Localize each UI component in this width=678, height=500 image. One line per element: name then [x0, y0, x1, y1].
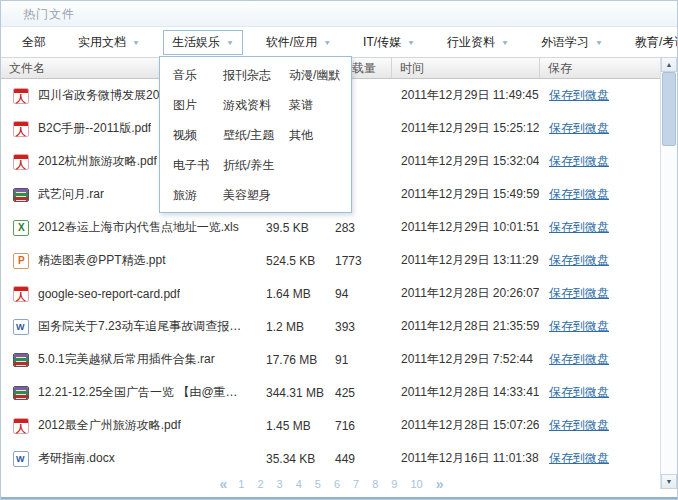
dropdown-item[interactable]: 游戏资料 [223, 97, 289, 114]
save-to-vdisk-link[interactable]: 保存到微盘 [549, 319, 609, 333]
table-row: 考研指南.docx 35.34 KB 449 2011年12月16日 11:01… [1, 442, 660, 475]
pagination-page-2[interactable]: 2 [257, 478, 263, 490]
tab-7[interactable]: 外语学习▼ [532, 30, 612, 55]
dropdown-item[interactable]: 旅游 [173, 187, 223, 204]
rar-file-icon [13, 386, 29, 400]
tab-label: 行业资料 [447, 34, 495, 51]
save-to-vdisk-link[interactable]: 保存到微盘 [549, 253, 609, 267]
save-to-vdisk-link[interactable]: 保存到微盘 [549, 418, 609, 432]
dropdown-item[interactable]: 菜谱 [289, 97, 351, 114]
table-row: google-seo-report-card.pdf 1.64 MB 94 20… [1, 277, 660, 310]
pagination-page-1[interactable]: 1 [238, 478, 244, 490]
page-title-bar: 热门文件 [1, 1, 677, 27]
pagination-page-5[interactable]: 5 [315, 478, 321, 490]
file-downloads: 94 [331, 287, 391, 301]
pagination-page-7[interactable]: 7 [353, 478, 359, 490]
save-to-vdisk-link[interactable]: 保存到微盘 [549, 154, 609, 168]
tab-8[interactable]: 教育/考试▼ [626, 30, 678, 55]
dropdown-item[interactable]: 折纸/养生 [223, 157, 289, 174]
scroll-up-icon[interactable]: ▲ [661, 57, 677, 72]
save-to-vdisk-link[interactable]: 保存到微盘 [549, 88, 609, 102]
dropdown-item[interactable]: 动漫/幽默 [289, 67, 351, 84]
file-save-cell: 保存到微盘 [539, 120, 660, 137]
dropdown-item[interactable]: 图片 [173, 97, 223, 114]
file-name[interactable]: 5.0.1完美越狱后常用插件合集.rar [38, 351, 215, 368]
file-name-cell: 国务院关于7.23动车追尾事故调查报告.doc [1, 318, 257, 335]
pagination-page-10[interactable]: 10 [410, 478, 422, 490]
tab-label: 实用文档 [78, 34, 126, 51]
file-name[interactable]: 2012春运上海市内代售点地址一览.xls [38, 219, 239, 236]
tab-3[interactable]: 生活娱乐▼ [163, 30, 243, 55]
dropdown-item[interactable]: 报刊杂志 [223, 67, 289, 84]
hot-files-window: 热门文件 全部实用文档▼生活娱乐▼软件/应用▼IT/传媒▼行业资料▼外语学习▼教… [0, 0, 678, 500]
file-save-cell: 保存到微盘 [539, 318, 660, 335]
file-name[interactable]: B2C手册--2011版.pdf [38, 120, 151, 137]
file-name[interactable]: 2012最全广州旅游攻略.pdf [38, 417, 181, 434]
tab-6[interactable]: 行业资料▼ [438, 30, 518, 55]
file-name[interactable]: 武艺问月.rar [38, 186, 104, 203]
pdf-file-icon [13, 286, 29, 302]
tab-4[interactable]: 软件/应用▼ [257, 30, 340, 55]
dropdown-item[interactable]: 视频 [173, 127, 223, 144]
file-downloads: 283 [331, 221, 391, 235]
file-size: 344.31 MB [257, 386, 331, 400]
file-size: 1.2 MB [257, 320, 331, 334]
tab-label: 生活娱乐 [172, 34, 220, 51]
pdf-file-icon [13, 154, 29, 170]
category-dropdown: 音乐报刊杂志动漫/幽默图片游戏资料菜谱视频壁纸/主题其他电子书折纸/养生旅游美容… [159, 56, 352, 213]
tab-label: IT/传媒 [363, 34, 401, 51]
chevron-down-icon: ▼ [132, 38, 140, 45]
file-downloads: 1773 [331, 254, 391, 268]
file-time: 2011年12月29日 15:32:04 [391, 153, 539, 170]
chevron-down-icon: ▼ [595, 38, 603, 45]
file-save-cell: 保存到微盘 [539, 450, 660, 467]
scroll-down-icon[interactable]: ▼ [661, 474, 677, 489]
dropdown-item[interactable]: 音乐 [173, 67, 223, 84]
pagination: «12345678910» [1, 475, 660, 493]
dropdown-item[interactable]: 其他 [289, 127, 351, 144]
file-name[interactable]: 国务院关于7.23动车追尾事故调查报告.doc [38, 318, 248, 335]
vertical-scrollbar[interactable]: ▲ ▼ [660, 57, 677, 489]
file-name[interactable]: 精选图表@PPT精选.ppt [38, 252, 166, 269]
save-to-vdisk-link[interactable]: 保存到微盘 [549, 220, 609, 234]
pdf-file-icon [13, 88, 29, 104]
dropdown-item[interactable]: 电子书 [173, 157, 223, 174]
rar-file-icon [13, 353, 29, 367]
save-to-vdisk-link[interactable]: 保存到微盘 [549, 352, 609, 366]
pagination-page-9[interactable]: 9 [391, 478, 397, 490]
save-to-vdisk-link[interactable]: 保存到微盘 [549, 385, 609, 399]
save-to-vdisk-link[interactable]: 保存到微盘 [549, 286, 609, 300]
file-name-cell: 5.0.1完美越狱后常用插件合集.rar [1, 351, 257, 368]
pagination-next[interactable]: » [436, 476, 442, 492]
file-downloads: 716 [331, 419, 391, 433]
tab-label: 软件/应用 [266, 34, 317, 51]
pagination-page-4[interactable]: 4 [296, 478, 302, 490]
pagination-prev[interactable]: « [220, 476, 226, 492]
save-to-vdisk-link[interactable]: 保存到微盘 [549, 121, 609, 135]
file-name[interactable]: 考研指南.docx [38, 450, 115, 467]
ppt-file-icon [13, 253, 29, 269]
xls-file-icon [13, 220, 29, 236]
tab-2[interactable]: 实用文档▼ [69, 30, 149, 55]
file-downloads: 91 [331, 353, 391, 367]
file-name[interactable]: 12.21-12.25全国广告一览 【由@重庆房地产广... [38, 384, 248, 401]
save-to-vdisk-link[interactable]: 保存到微盘 [549, 451, 609, 465]
file-save-cell: 保存到微盘 [539, 186, 660, 203]
file-time: 2011年12月29日 15:49:59 [391, 186, 539, 203]
file-name[interactable]: 2012杭州旅游攻略.pdf [38, 153, 157, 170]
file-name[interactable]: google-seo-report-card.pdf [38, 287, 180, 301]
scrollbar-thumb[interactable] [662, 72, 676, 146]
file-name-cell: 12.21-12.25全国广告一览 【由@重庆房地产广... [1, 384, 257, 401]
dropdown-item[interactable]: 美容塑身 [223, 187, 289, 204]
pagination-page-6[interactable]: 6 [334, 478, 340, 490]
file-downloads: 393 [331, 320, 391, 334]
file-name-cell: 2012最全广州旅游攻略.pdf [1, 417, 257, 434]
tab-1[interactable]: 全部 [13, 30, 55, 55]
dropdown-item[interactable]: 壁纸/主题 [223, 127, 289, 144]
save-to-vdisk-link[interactable]: 保存到微盘 [549, 187, 609, 201]
pagination-page-3[interactable]: 3 [277, 478, 283, 490]
tab-5[interactable]: IT/传媒▼ [354, 30, 424, 55]
pdf-file-icon [13, 121, 29, 137]
pagination-page-8[interactable]: 8 [372, 478, 378, 490]
file-save-cell: 保存到微盘 [539, 153, 660, 170]
